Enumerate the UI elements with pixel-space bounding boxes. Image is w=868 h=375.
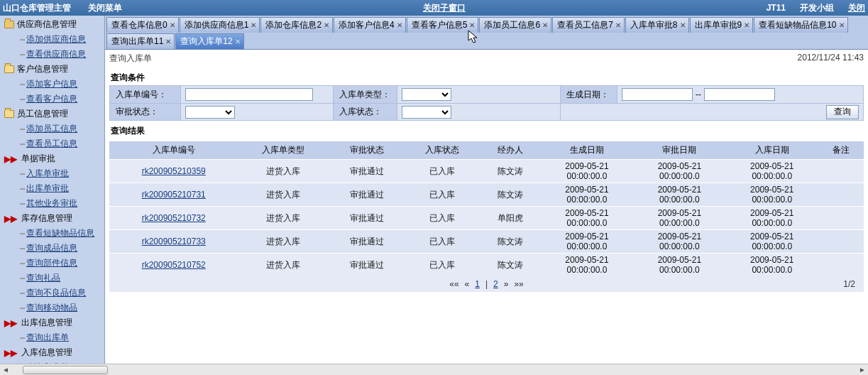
- pager-page-1[interactable]: 1: [475, 279, 480, 289]
- close-icon[interactable]: ✕: [235, 38, 241, 45]
- sidebar-item[interactable]: 供应商信息管理: [0, 17, 104, 32]
- close-icon[interactable]: ✕: [680, 21, 686, 29]
- row-id-link[interactable]: rk200905210359: [142, 166, 206, 176]
- sidebar-item[interactable]: ⋯查看员工信息: [0, 136, 104, 151]
- cell: 2009-05-2100:00:00.0: [726, 160, 818, 183]
- sidebar-item[interactable]: 员工信息管理: [0, 107, 104, 121]
- sidebar-item[interactable]: ⋯查询礼品: [0, 271, 104, 286]
- sidebar-link[interactable]: 查看客户信息: [26, 93, 77, 105]
- sidebar-item[interactable]: ⋯其他业务审批: [0, 196, 104, 211]
- sidebar-item[interactable]: ⋯出库单审批: [0, 181, 104, 196]
- sidebar-link[interactable]: 出库单审批: [26, 183, 69, 195]
- id-input[interactable]: [185, 88, 313, 101]
- sidebar-item[interactable]: ⋯查询成品信息: [0, 241, 104, 256]
- sidebar-item[interactable]: ⋯添加供应商信息: [0, 32, 104, 47]
- close-icon[interactable]: ✕: [469, 21, 475, 29]
- sidebar-item[interactable]: ⋯入库单审批: [0, 166, 104, 181]
- tab[interactable]: 查询入库单12✕: [175, 33, 243, 49]
- sidebar-link[interactable]: 入库单审批: [26, 168, 69, 180]
- sidebar-link[interactable]: 查看短缺物品信息: [26, 227, 94, 239]
- sidebar-item[interactable]: ▶▶单据审批: [0, 151, 104, 166]
- sidebar-label: 出库信息管理: [21, 317, 72, 329]
- sidebar-item[interactable]: ▶▶出库信息管理: [0, 315, 104, 330]
- approve-select[interactable]: [185, 106, 235, 119]
- close-icon[interactable]: ✕: [615, 21, 621, 29]
- sidebar-item[interactable]: ⋯查看供应商信息: [0, 47, 104, 62]
- pager-prev[interactable]: «: [465, 279, 470, 289]
- tab[interactable]: 查询出库单11✕: [106, 33, 175, 49]
- tab-label: 添加员工信息6: [484, 19, 540, 31]
- h-scrollbar[interactable]: ◄ ►: [0, 364, 868, 375]
- tab[interactable]: 查看短缺物品信息10✕: [754, 17, 847, 33]
- tab[interactable]: 添加供应商信息1✕: [180, 17, 260, 33]
- close-subwindow-link[interactable]: 关闭子窗口: [423, 3, 466, 13]
- pager-last[interactable]: »»: [514, 279, 523, 289]
- menu-close[interactable]: 关闭菜单: [88, 2, 122, 14]
- close-icon[interactable]: ✕: [397, 21, 402, 29]
- sidebar-item[interactable]: ⋯查询部件信息: [0, 256, 104, 271]
- sidebar-item[interactable]: ▶▶入库信息管理: [0, 345, 104, 360]
- sidebar-link[interactable]: 查询不良品信息: [26, 287, 86, 299]
- pager-first[interactable]: ««: [449, 279, 458, 289]
- sidebar-link[interactable]: 查询成品信息: [26, 242, 77, 254]
- tab[interactable]: 添加客户信息4✕: [334, 17, 406, 33]
- close-icon[interactable]: ✕: [744, 21, 749, 29]
- sidebar-item[interactable]: ▶▶库存信息管理: [0, 211, 104, 226]
- sidebar-label: 单据审批: [21, 153, 55, 165]
- tab[interactable]: 出库单审批9✕: [690, 17, 754, 33]
- sidebar-item[interactable]: ⋯查询出库单: [0, 330, 104, 345]
- cell: rk200905210733: [109, 230, 238, 254]
- sidebar-link[interactable]: 查询礼品: [26, 272, 60, 284]
- cell: 单阳虎: [480, 207, 541, 230]
- scroll-right-arrow[interactable]: ►: [857, 365, 868, 375]
- search-button[interactable]: 查询: [826, 105, 859, 119]
- scroll-left-arrow[interactable]: ◄: [0, 365, 11, 375]
- close-icon[interactable]: ✕: [170, 21, 175, 29]
- sidebar-item[interactable]: 客户信息管理: [0, 62, 104, 77]
- close-icon[interactable]: ✕: [251, 21, 256, 29]
- sidebar-link[interactable]: 添加客户信息: [26, 78, 77, 90]
- sidebar-link[interactable]: 查看供应商信息: [26, 48, 86, 60]
- sidebar-link[interactable]: 添加员工信息: [26, 123, 77, 135]
- row-id-link[interactable]: rk200905210733: [142, 237, 206, 246]
- sidebar-item[interactable]: ⋯查看客户信息: [0, 92, 104, 107]
- tab[interactable]: 查看客户信息5✕: [407, 17, 479, 33]
- sidebar-item[interactable]: ⋯查询移动物品: [0, 300, 104, 315]
- scroll-thumb[interactable]: [23, 366, 108, 374]
- tab[interactable]: 查看仓库信息0✕: [106, 17, 179, 33]
- column-header: 经办人: [480, 141, 541, 160]
- sidebar-item[interactable]: ⋯查询不良品信息: [0, 286, 104, 300]
- row-id-link[interactable]: rk200905210752: [142, 260, 206, 270]
- sidebar-link[interactable]: 查询出库单: [26, 332, 69, 344]
- tab[interactable]: 添加仓库信息2✕: [260, 17, 333, 33]
- tab[interactable]: 入库单审批8✕: [625, 17, 689, 33]
- close-icon[interactable]: ✕: [542, 21, 548, 29]
- row-id-link[interactable]: rk200905210731: [142, 190, 206, 200]
- sidebar-link[interactable]: 添加供应商信息: [26, 33, 86, 45]
- sidebar-link[interactable]: 其他业务审批: [26, 197, 77, 210]
- tab[interactable]: 添加员工信息6✕: [479, 17, 551, 33]
- cell: 审批通过: [329, 254, 405, 277]
- sidebar-link[interactable]: 查询移动物品: [26, 302, 77, 314]
- close-icon[interactable]: ✕: [839, 21, 845, 29]
- sidebar-item[interactable]: ⋯添加员工信息: [0, 121, 104, 136]
- cell: 陈文涛: [480, 183, 541, 207]
- sidebar-item[interactable]: ⋯查看短缺物品信息: [0, 226, 104, 241]
- pager-page-2[interactable]: 2: [493, 279, 498, 289]
- row-id-link[interactable]: rk200905210732: [142, 213, 206, 223]
- type-label: 入库单类型：: [334, 86, 397, 103]
- sidebar-link[interactable]: 查看员工信息: [26, 138, 77, 150]
- date-to-input[interactable]: [704, 88, 775, 101]
- type-select[interactable]: [402, 88, 451, 101]
- in-select[interactable]: [402, 106, 451, 119]
- close-link[interactable]: 关闭: [848, 2, 865, 14]
- pager-next[interactable]: »: [504, 279, 509, 289]
- tree-connector: ⋯: [20, 303, 23, 313]
- sidebar-item[interactable]: ⋯添加客户信息: [0, 77, 104, 92]
- app-title: 山口仓库管理主管: [3, 2, 71, 14]
- tab[interactable]: 查看员工信息7✕: [552, 17, 625, 33]
- sidebar-link[interactable]: 查询部件信息: [26, 257, 77, 269]
- date-from-input[interactable]: [622, 88, 693, 101]
- close-icon[interactable]: ✕: [324, 21, 329, 29]
- close-icon[interactable]: ✕: [165, 38, 171, 45]
